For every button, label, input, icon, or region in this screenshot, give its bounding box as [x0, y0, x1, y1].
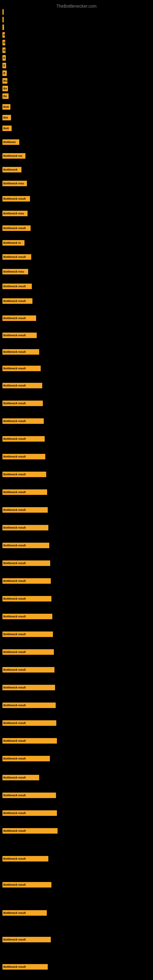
bar: Bottleneck resu [2, 269, 28, 274]
bar: Bottleneck result [2, 792, 56, 798]
bar-label: E [3, 56, 5, 59]
bar-row: Bottleneck result [2, 315, 36, 321]
bar-label: Bo [3, 87, 7, 90]
bar-label: Bottleneck result [3, 722, 26, 725]
bar-row: Bot [2, 115, 11, 120]
bar-label: Bottleneck result [3, 938, 26, 941]
bar-label: Bottleneck [3, 168, 18, 171]
bar-label: Bottleneck resu [3, 270, 24, 273]
bar: Bottleneck result [2, 596, 51, 601]
bar: Bottleneck result [2, 756, 50, 761]
bar-row: Bottleneck result [2, 828, 57, 834]
bar-row: Bottleneck result [2, 254, 31, 260]
bar-row: Bottleneck result [2, 720, 56, 726]
bar-row: Bottleneck result [2, 649, 54, 655]
bar-row: Bottleneck result [2, 283, 32, 289]
bar: Bottleneck result [2, 578, 51, 584]
bar: Bottleneck result [2, 196, 30, 202]
bar-row: Bottlenec [2, 139, 19, 145]
bar-row: Bottleneck result [2, 596, 51, 601]
bar: Bottleneck result [2, 383, 42, 388]
bar: Bottleneck result [2, 225, 30, 231]
bar: Bottleneck res [2, 153, 26, 159]
bar-label: Bottleneck result [3, 508, 26, 511]
bar-row: Bottleneck result [2, 810, 57, 816]
bar: Bottleneck result [2, 910, 47, 916]
bar [2, 9, 4, 15]
bar: Bottleneck resu [2, 181, 27, 186]
bar-row: Bottleneck result [2, 614, 52, 619]
bar-label: Bottleneck result [3, 686, 26, 689]
bar-row: Bottleneck result [2, 472, 46, 477]
bar-row: Bottleneck resu [2, 211, 27, 216]
bar-label: B [3, 72, 5, 75]
bar: Bottleneck result [2, 349, 39, 355]
bar-row [2, 17, 4, 22]
bar-row: E [2, 40, 5, 45]
bar-row: Bo [2, 86, 8, 91]
bar-row: Bottleneck result [2, 738, 57, 744]
bar: Bottleneck result [2, 685, 55, 690]
bar-label: Bottleneck res [3, 154, 22, 158]
bar-label: Bottleneck result [3, 438, 26, 441]
bar-label: Bottleneck result [3, 402, 26, 405]
bar: Bottleneck result [2, 937, 51, 942]
bar-label: Bottleneck result [3, 473, 26, 476]
bar-row: Bottleneck result [2, 792, 56, 798]
bar-row [2, 9, 4, 15]
bar-row: Bottleneck result [2, 366, 41, 371]
bar-label: Bottleneck result [3, 829, 26, 832]
bar-label: Bottleneck resu [3, 182, 24, 185]
bar: Bottleneck result [2, 649, 54, 655]
bar: Bottleneck result [2, 489, 47, 495]
bar-row: Bottleneck result [2, 964, 48, 970]
site-title: TheBottlenecker.com [0, 1, 153, 11]
bar: E [2, 32, 5, 38]
bar-row: E [2, 32, 5, 38]
bar-label: Bottleneck result [3, 544, 26, 547]
bar-label: E [3, 64, 5, 67]
bar: E [2, 63, 6, 68]
bar-label: Bottleneck result [3, 255, 26, 258]
bar-label: Bottleneck result [3, 350, 26, 353]
bar-row: Bottleneck result [2, 225, 30, 231]
bar: Bottleneck result [2, 418, 44, 424]
bar: Bottleneck result [2, 667, 54, 673]
bar: Bottleneck resu [2, 211, 27, 216]
bar-label: Bott [3, 105, 9, 108]
bar-label: Bottleneck result [3, 776, 26, 779]
bar-row: Bottleneck result [2, 775, 39, 780]
bar-label: Bottleneck result [3, 526, 26, 529]
bar-row: Bottleneck result [2, 436, 45, 442]
bar-row: Bottleneck result [2, 667, 54, 673]
bar-label: Bottleneck result [3, 794, 26, 797]
bar-label: E [3, 33, 5, 37]
bar: Bottleneck result [2, 298, 32, 304]
bar-label: Bottleneck result [3, 384, 26, 387]
bar-label: Bottleneck result [3, 739, 26, 742]
bar: B [2, 70, 7, 76]
bar: Bottleneck result [2, 507, 48, 513]
bar-label: B [3, 49, 5, 52]
bar [2, 17, 4, 22]
bar-row: E [2, 55, 6, 60]
bar-label: Bottleneck result [3, 633, 26, 636]
bar-label: Bottleneck result [3, 668, 26, 671]
bar: Bot [2, 115, 11, 120]
bar-row [2, 24, 4, 30]
bar-row: Bottleneck result [2, 685, 55, 690]
bar: E [2, 55, 6, 60]
bar-label: Bottleneck result [3, 227, 26, 230]
bar-row: Bo [2, 94, 9, 99]
bar-label: Bottleneck resu [3, 212, 24, 215]
bar: Bottleneck re [2, 240, 24, 246]
bar-row: B [2, 48, 5, 53]
bar-row: Bottleneck result [2, 332, 37, 338]
bar-row: Bottleneck re [2, 240, 24, 246]
bar: Bottleneck result [2, 283, 32, 289]
bar-row: Bottleneck resu [2, 181, 27, 186]
bar-label: Bot [3, 116, 8, 119]
bar-label: Bottleneck result [3, 615, 26, 618]
bar-row: Bottleneck result [2, 910, 47, 916]
bar: Bottleneck [2, 167, 21, 172]
